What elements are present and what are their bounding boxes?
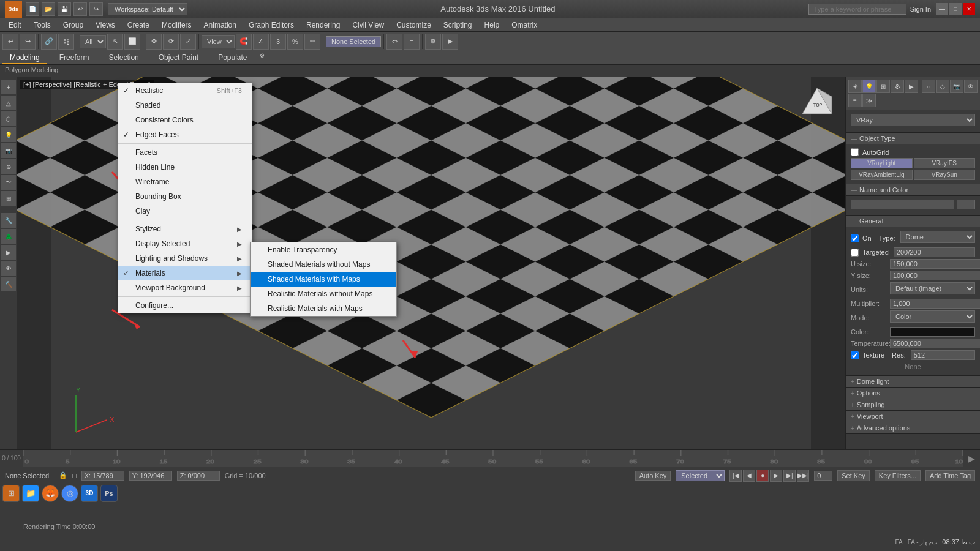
usize-input[interactable]: [890, 259, 980, 269]
navigation-cube[interactable]: TOP: [799, 87, 835, 124]
new-btn[interactable]: 📄: [26, 2, 39, 16]
next-frame-btn[interactable]: ▶|: [783, 470, 796, 482]
select-icon[interactable]: □: [72, 472, 77, 479]
menu-modifiers[interactable]: Modifiers: [156, 20, 198, 31]
menu-omatrix[interactable]: Omatrix: [505, 20, 543, 31]
key-filters-btn[interactable]: Key Filters...: [875, 470, 921, 481]
lp-camera[interactable]: 📷: [1, 143, 16, 158]
menu-animation[interactable]: Animation: [198, 20, 243, 31]
menu-edit[interactable]: Edit: [2, 20, 28, 31]
lp-helper[interactable]: ⊕: [1, 159, 16, 174]
prev-frame-btn[interactable]: ◀: [743, 470, 755, 482]
timeline-expand[interactable]: ▶: [963, 454, 980, 463]
type-dropdown[interactable]: Dome: [900, 231, 975, 243]
save-btn[interactable]: 💾: [58, 2, 71, 16]
close-btn[interactable]: ✕: [963, 3, 975, 15]
add-time-tag-btn[interactable]: Add Time Tag: [925, 470, 975, 481]
lp-motion[interactable]: ▶: [1, 245, 16, 260]
tb-angle-snap[interactable]: ∠: [253, 34, 269, 50]
start-btn[interactable]: ⊞: [2, 485, 20, 502]
materials-shaded-with-maps[interactable]: Shaded Materials with Maps: [251, 272, 396, 287]
create-selection-btn[interactable]: None Selected: [326, 36, 381, 47]
tab-selection[interactable]: Selection: [101, 52, 146, 64]
materials-shaded-no-maps[interactable]: Shaded Materials without Maps: [251, 257, 396, 272]
ctx-stylized[interactable]: Stylized ▶: [118, 222, 252, 236]
lp-systems[interactable]: ⊞: [1, 191, 16, 206]
lp-geometry[interactable]: △: [1, 96, 16, 110]
tb-select[interactable]: ↖: [107, 34, 123, 50]
tb-spinner[interactable]: 3: [270, 34, 286, 50]
selected-dropdown[interactable]: Selected: [676, 470, 725, 481]
explorer-btn[interactable]: 📁: [22, 485, 39, 502]
mode-dropdown[interactable]: Color: [890, 310, 975, 323]
menu-tools[interactable]: Tools: [28, 20, 57, 31]
tb-edit[interactable]: ✏: [304, 34, 320, 50]
vraysun-btn[interactable]: VRaySun: [914, 170, 976, 180]
ctx-wireframe[interactable]: Wireframe: [118, 174, 252, 189]
vraylight-btn[interactable]: VRayLight: [851, 158, 913, 168]
signin-btn[interactable]: Sign In: [910, 6, 931, 13]
ctx-lighting-shadows[interactable]: Lighting and Shadows ▶: [118, 251, 252, 266]
tb-render-setup[interactable]: ⚙: [425, 34, 441, 50]
minimize-btn[interactable]: —: [936, 3, 948, 15]
menu-scripting[interactable]: Scripting: [437, 20, 478, 31]
lp-create[interactable]: +: [1, 80, 16, 94]
name-input[interactable]: [851, 200, 954, 209]
tab-object-paint[interactable]: Object Paint: [151, 52, 206, 64]
lock-icon[interactable]: 🔒: [59, 471, 67, 479]
menu-customize[interactable]: Customize: [390, 20, 437, 31]
rp-icon-camera2[interactable]: 📷: [950, 80, 963, 93]
on-checkbox[interactable]: [851, 234, 859, 242]
3dsmax-btn[interactable]: 3D: [81, 485, 98, 502]
undo-btn[interactable]: ↩: [74, 2, 87, 16]
lp-modify[interactable]: 🔧: [1, 213, 16, 228]
rp-icon-render[interactable]: ▶: [905, 80, 918, 93]
materials-realistic-no-maps[interactable]: Realistic Materials without Maps: [251, 287, 396, 301]
menu-help[interactable]: Help: [478, 20, 506, 31]
vrayies-btn[interactable]: VRayIES: [914, 158, 976, 168]
ysize-input[interactable]: [890, 271, 980, 280]
targeted-checkbox[interactable]: [851, 249, 859, 257]
ctx-materials[interactable]: ✓ Materials ▶: [118, 266, 252, 280]
tab-settings[interactable]: ⚙: [260, 53, 272, 64]
tab-populate[interactable]: Populate: [211, 52, 254, 64]
redo-btn[interactable]: ↪: [89, 2, 103, 16]
search-input[interactable]: [809, 4, 907, 15]
ctx-consistent-colors[interactable]: Consistent Colors: [118, 113, 252, 127]
multiplier-input[interactable]: [890, 299, 980, 309]
ctx-viewport-bg[interactable]: Viewport Background ▶: [118, 280, 252, 295]
light-color-swatch[interactable]: [890, 327, 975, 337]
tb-render[interactable]: ▶: [442, 34, 458, 50]
tb-redo[interactable]: ↪: [20, 34, 36, 50]
targeted-value[interactable]: [894, 247, 975, 257]
tab-modeling[interactable]: Modeling: [2, 52, 47, 64]
ctx-facets[interactable]: Facets: [118, 145, 252, 160]
ctx-bounding-box[interactable]: Bounding Box: [118, 189, 252, 204]
ctx-hidden-line[interactable]: Hidden Line: [118, 160, 252, 174]
lp-spacewarp[interactable]: 〜: [1, 175, 16, 190]
tb-scale[interactable]: ⤢: [180, 34, 196, 50]
menu-civil-view[interactable]: Civil View: [346, 20, 390, 31]
go-start-btn[interactable]: |◀: [729, 470, 742, 482]
ctx-display-selected[interactable]: Display Selected ▶: [118, 236, 252, 251]
tb-move[interactable]: ✥: [146, 34, 162, 50]
texture-checkbox[interactable]: [851, 351, 859, 359]
rp-icon-diamond[interactable]: ◇: [936, 80, 949, 93]
lp-utility[interactable]: 🔨: [1, 277, 16, 291]
tb-link[interactable]: 🔗: [41, 34, 57, 50]
rp-object-type-header[interactable]: — Object Type: [846, 133, 980, 144]
rp-dome-light-header[interactable]: + Dome light: [846, 376, 980, 388]
units-dropdown[interactable]: Default (image): [890, 282, 975, 294]
menu-graph-editors[interactable]: Graph Editors: [243, 20, 300, 31]
renderer-dropdown[interactable]: VRay: [851, 114, 975, 126]
rp-icon-eye[interactable]: 👁: [964, 80, 978, 93]
rp-icon-group[interactable]: ⊞: [876, 80, 890, 93]
rp-name-color-header[interactable]: — Name and Color: [846, 184, 980, 196]
rp-sampling-header[interactable]: + Sampling: [846, 399, 980, 411]
firefox-btn[interactable]: 🦊: [42, 485, 59, 502]
ctx-shaded[interactable]: Shaded: [118, 98, 252, 113]
chrome-btn[interactable]: ◎: [61, 485, 78, 502]
vrayambient-btn[interactable]: VRayAmbientLig: [851, 170, 913, 180]
rp-general-header[interactable]: — General: [846, 216, 980, 227]
tb-select-region[interactable]: ⬜: [124, 34, 140, 50]
